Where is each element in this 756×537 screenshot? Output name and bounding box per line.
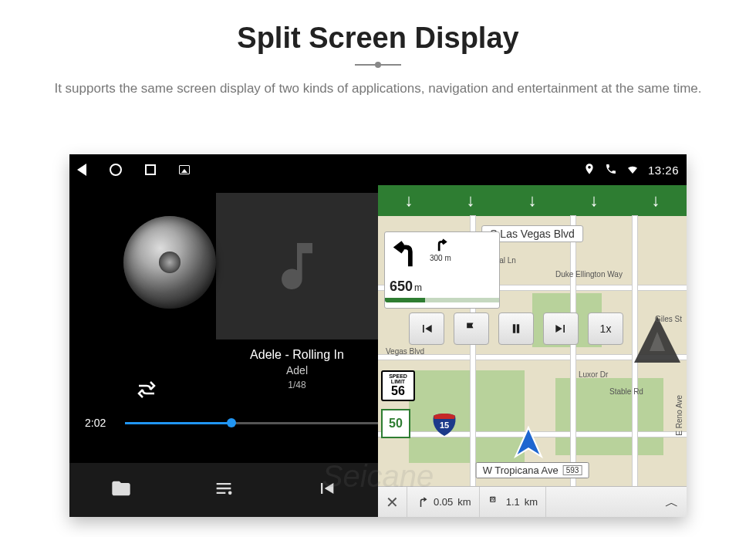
wifi-status-icon	[626, 163, 639, 177]
phone-status-icon	[605, 163, 617, 177]
sim-next-button[interactable]	[543, 312, 579, 345]
page-subtitle: It supports the same screen display of t…	[39, 79, 717, 98]
nav-status-bar: ✕ 0.05 km 1.1 km ︿	[378, 486, 687, 517]
recents-nav-icon[interactable]	[145, 164, 156, 175]
track-title: Adele - Rolling In	[216, 347, 378, 363]
road-label: Luxor Dr	[579, 370, 608, 379]
landmark-building-icon	[634, 316, 680, 363]
album-art-placeholder	[216, 193, 378, 339]
progress-bar[interactable]	[125, 422, 378, 424]
close-nav-button[interactable]: ✕	[378, 487, 407, 517]
title-underline	[355, 64, 401, 66]
current-street-sign: W Tropicana Ave 593	[476, 462, 589, 478]
current-position-arrow	[509, 424, 548, 466]
lane-arrow-icon: ↓	[467, 191, 475, 211]
track-artist: Adel	[216, 364, 378, 377]
lane-arrow-icon: ↓	[528, 191, 537, 211]
location-status-icon	[583, 163, 596, 177]
turn-distance: 650m	[390, 279, 494, 295]
route-number-box: 50	[381, 409, 410, 438]
screenshot-notif-icon	[179, 165, 190, 174]
road-label: Giles St	[655, 315, 682, 323]
nav-menu-button[interactable]: ︿	[657, 487, 687, 517]
device-frame: 13:26 Adele - Rolling In Adel 1/48 2:02	[69, 154, 687, 517]
road-label: Duke Ellington Way	[555, 270, 623, 279]
chevron-up-icon: ︿	[665, 493, 679, 512]
playlist-button[interactable]	[213, 478, 235, 502]
lane-arrow-icon: ↓	[405, 191, 413, 211]
music-player-pane: Adele - Rolling In Adel 1/48 2:02	[69, 185, 378, 517]
road-label: Vegas Blvd	[386, 347, 424, 356]
interstate-shield-icon: 15	[432, 413, 457, 436]
next-turn-icon: 300 m	[430, 237, 451, 262]
lane-guidance-bar: ↓ ↓ ↓ ↓ ↓	[378, 185, 687, 216]
turn-instruction-card: 300 m 650m	[384, 231, 500, 309]
distance-to-dest: 1.1 km	[480, 487, 546, 517]
navigation-pane: ↓ ↓ ↓ ↓ ↓ Koval Ln Duke Ellington Way	[378, 185, 687, 517]
road-label: Stable Rd	[609, 387, 643, 396]
progress-knob[interactable]	[227, 418, 236, 427]
distance-to-turn: 0.05 km	[407, 487, 480, 517]
album-disc	[123, 216, 216, 309]
simulation-controls: 1x	[409, 312, 623, 345]
close-icon: ✕	[386, 493, 399, 512]
back-nav-icon[interactable]	[77, 164, 86, 176]
road-label: E Reno Ave	[675, 395, 683, 436]
sim-pause-button[interactable]	[498, 312, 534, 345]
shuffle-button[interactable]	[135, 378, 158, 404]
sim-prev-button[interactable]	[409, 312, 444, 345]
sim-flag-button[interactable]	[454, 312, 489, 345]
turn-left-icon	[390, 237, 425, 275]
sim-speed-button[interactable]: 1x	[588, 312, 623, 345]
previous-track-button[interactable]	[316, 478, 337, 502]
playback-progress[interactable]: 2:02	[85, 417, 378, 429]
music-bottom-bar	[69, 463, 378, 517]
open-folder-button[interactable]	[110, 478, 132, 502]
track-counter: 1/48	[216, 380, 378, 390]
elapsed-time: 2:02	[85, 417, 114, 429]
lane-arrow-icon: ↓	[652, 191, 660, 211]
svg-point-0	[228, 491, 232, 495]
android-status-bar: 13:26	[69, 154, 687, 185]
home-nav-icon[interactable]	[110, 164, 122, 176]
lane-arrow-icon: ↓	[590, 191, 599, 211]
speed-limit-sign: SPEED LIMIT 56	[381, 370, 415, 401]
page-title: Split Screen Display	[0, 22, 756, 55]
status-clock: 13:26	[648, 164, 679, 177]
